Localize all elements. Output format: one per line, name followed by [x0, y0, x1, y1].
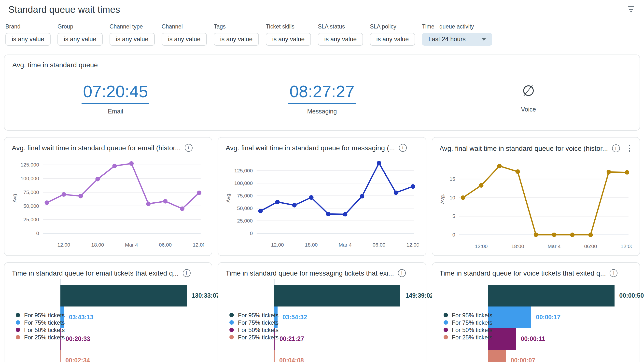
bar-value-label: 00:20:33	[66, 328, 90, 350]
legend-dot-icon	[16, 313, 20, 317]
info-icon[interactable]: i	[399, 144, 407, 152]
svg-text:12:00: 12:00	[271, 242, 284, 248]
info-icon[interactable]: i	[610, 269, 618, 277]
email-line-chart: 025,00050,00075,000100,000125,00012:0018…	[12, 155, 204, 250]
filter-sla-status: SLA statusis any value	[318, 24, 363, 46]
svg-text:125,000: 125,000	[21, 162, 39, 168]
filter-value-sla-policy[interactable]: is any value	[370, 33, 415, 46]
legend-item-75-tickets[interactable]: For 75% tickets	[443, 319, 492, 326]
svg-text:Avg.: Avg.	[226, 192, 231, 202]
summary-messaging: 08:27:27 Messaging	[219, 82, 426, 115]
bar-for-95-tickets	[488, 285, 614, 306]
legend-label: For 95% tickets	[238, 312, 278, 318]
bar-charts-row: Time in standard queue for email tickets…	[4, 262, 640, 362]
summary-values: 07:20:45 Email 08:27:27 Messaging ∅ Voic…	[12, 82, 632, 115]
card-queue-time-messaging: Time in standard queue for messaging tic…	[218, 262, 426, 362]
filter-icon-bar	[629, 8, 633, 10]
filter-icon[interactable]	[627, 4, 635, 14]
info-icon[interactable]: i	[612, 145, 620, 152]
legend-item-50-tickets[interactable]: For 50% tickets	[230, 326, 278, 334]
card-title: Avg. final wait time in standard queue f…	[12, 144, 180, 152]
card-avg-wait-voice: Avg. final wait time in standard queue f…	[432, 137, 640, 256]
filter-value-brand[interactable]: is any value	[6, 33, 50, 46]
legend-item-95-tickets[interactable]: For 95% tickets	[443, 312, 492, 319]
card-queue-time-voice: Time in standard queue for voice tickets…	[432, 262, 640, 362]
card-title: Avg. final wait time in standard queue f…	[226, 144, 395, 152]
legend-item-25-tickets[interactable]: For 25% tickets	[16, 334, 64, 341]
legend-item-50-tickets[interactable]: For 50% tickets	[443, 326, 492, 334]
legend-item-25-tickets[interactable]: For 25% tickets	[443, 334, 492, 341]
bar-value-label: 149:39:02	[406, 285, 434, 306]
legend-item-75-tickets[interactable]: For 75% tickets	[16, 319, 64, 326]
filter-value-sla-status[interactable]: is any value	[318, 33, 363, 46]
filters-row: Brandis any valueGroupis any valueChanne…	[0, 15, 644, 46]
filter-value-channel-type[interactable]: is any value	[110, 33, 155, 46]
info-icon[interactable]: i	[184, 144, 192, 152]
filter-label: Tags	[214, 24, 259, 30]
legend-label: For 50% tickets	[24, 326, 64, 333]
filter-channel-type: Channel typeis any value	[110, 24, 155, 46]
svg-text:Mar 4: Mar 4	[125, 242, 138, 248]
legend-dot-icon	[230, 320, 234, 325]
summary-email-value[interactable]: 07:20:45	[82, 82, 150, 104]
summary-email-label: Email	[12, 108, 219, 115]
legend-item-95-tickets[interactable]: For 95% tickets	[16, 312, 64, 319]
legend-dot-icon	[443, 320, 448, 325]
legend-label: For 95% tickets	[452, 312, 492, 318]
svg-text:50,000: 50,000	[23, 203, 39, 208]
legend-label: For 75% tickets	[238, 319, 278, 326]
svg-text:06:00: 06:00	[373, 242, 386, 248]
filter-value-tags[interactable]: is any value	[214, 33, 259, 46]
legend-dot-icon	[16, 320, 20, 325]
svg-text:18:00: 18:00	[91, 242, 104, 248]
bar-value-label: 03:54:32	[282, 306, 307, 328]
filter-icon-bar	[630, 11, 632, 12]
filter-time-queue-activity: Time - queue activityLast 24 hours	[422, 24, 492, 46]
svg-text:125,000: 125,000	[234, 168, 253, 174]
svg-text:Mar 4: Mar 4	[339, 242, 352, 248]
summary-title: Avg. time in standard queue	[12, 61, 632, 69]
bar-for-95-tickets	[274, 285, 400, 306]
bar-for-25-tickets	[488, 350, 506, 362]
legend: For 95% ticketsFor 75% ticketsFor 50% ti…	[443, 312, 492, 341]
legend-item-75-tickets[interactable]: For 75% tickets	[230, 319, 278, 326]
filter-value-group[interactable]: is any value	[58, 33, 103, 46]
info-icon[interactable]: i	[182, 269, 190, 277]
info-icon[interactable]: i	[398, 269, 406, 277]
legend-dot-icon	[443, 335, 448, 340]
svg-text:75,000: 75,000	[237, 193, 253, 198]
legend-label: For 50% tickets	[238, 326, 278, 333]
summary-email: 07:20:45 Email	[12, 82, 219, 115]
summary-messaging-value[interactable]: 08:27:27	[288, 82, 356, 104]
bar-for-75-tickets	[488, 306, 531, 328]
filter-label: Time - queue activity	[422, 24, 492, 30]
messaging-line-chart: 025,00050,00075,000100,000125,00012:0018…	[226, 155, 418, 250]
kebab-menu-icon[interactable]	[627, 144, 632, 153]
legend: For 95% ticketsFor 75% ticketsFor 50% ti…	[16, 312, 64, 341]
filter-brand: Brandis any value	[6, 24, 50, 46]
legend-item-50-tickets[interactable]: For 50% tickets	[16, 326, 64, 334]
svg-text:100,000: 100,000	[234, 180, 253, 186]
svg-text:50,000: 50,000	[237, 205, 253, 211]
null-value-icon: ∅	[521, 82, 536, 102]
legend-item-25-tickets[interactable]: For 25% tickets	[230, 334, 278, 341]
time-filter-dropdown[interactable]: Last 24 hours	[422, 33, 492, 46]
legend-dot-icon	[16, 328, 20, 332]
filter-value-channel[interactable]: is any value	[162, 33, 207, 46]
svg-text:18:00: 18:00	[305, 242, 318, 248]
svg-text:15: 15	[450, 176, 455, 182]
svg-text:06:00: 06:00	[159, 242, 172, 248]
legend-dot-icon	[230, 313, 234, 317]
filter-label: SLA status	[318, 24, 363, 30]
legend-dot-icon	[230, 328, 234, 332]
legend-label: For 75% tickets	[452, 319, 492, 326]
filter-label: Group	[58, 24, 103, 30]
bar-value-label: 00:00:17	[536, 306, 560, 328]
filter-value-ticket-skills[interactable]: is any value	[266, 33, 311, 46]
svg-text:18:00: 18:00	[511, 243, 524, 249]
legend-item-95-tickets[interactable]: For 95% tickets	[230, 312, 278, 319]
svg-text:Avg.: Avg.	[440, 194, 445, 204]
filter-label: Brand	[6, 24, 50, 30]
filter-label: Channel	[162, 24, 207, 30]
card-avg-wait-messaging: Avg. final wait time in standard queue f…	[218, 137, 426, 256]
